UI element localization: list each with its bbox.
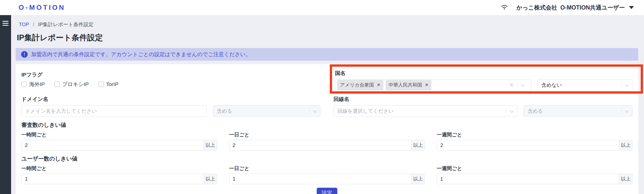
chevron-down-icon[interactable] [510, 109, 514, 113]
ip-flag-options: 海外IP プロキシIP TorIP [21, 81, 320, 88]
line-mode-select[interactable]: 含める [524, 105, 632, 117]
domain-label: ドメイン名 [21, 96, 320, 103]
threshold-suffix: 以上 [204, 140, 217, 150]
review-hourly-field: 一時間ごと 以上 [21, 131, 217, 150]
main-layout: TOP / IP集計レポート条件設定 IP集計レポート条件設定 ! 加盟店内で共… [0, 15, 644, 194]
country-tag-label: アメリカ合衆国 [340, 82, 374, 88]
chevron-down-icon[interactable] [521, 83, 525, 87]
tag-remove-icon[interactable]: ✕ [425, 83, 428, 87]
user-menu[interactable]: かっこ株式会社 O-MOTION共通ユーザー [516, 4, 634, 12]
divider [309, 108, 310, 114]
notice-banner: ! 加盟店内で共通の条件設定です。アカウントごとの設定はできませんのでご注意くだ… [16, 48, 638, 61]
line-label: 回線名 [334, 96, 633, 103]
user-daily-group: 以上 [229, 174, 425, 184]
user-hourly-group: 以上 [21, 174, 217, 184]
line-controls: 回線を選択してください 含める [334, 105, 633, 117]
review-daily-group: 以上 [229, 140, 425, 150]
hamburger-menu-icon[interactable] [3, 20, 9, 27]
threshold-suffix: 以上 [619, 140, 632, 150]
review-daily-field: 一日ごと 以上 [229, 131, 425, 150]
review-hourly-group: 以上 [21, 140, 217, 150]
country-controls: アメリカ合衆国 ✕ 中華人民共和国 ✕ ✕ [335, 79, 633, 91]
line-select[interactable]: 回線を選択してください [334, 105, 518, 117]
wifi-icon [501, 4, 508, 11]
domain-mode-select[interactable]: 含める [213, 105, 320, 117]
select-controls [309, 105, 320, 117]
breadcrumb: TOP / IP集計レポート条件設定 [19, 21, 638, 28]
sidebar [0, 15, 11, 194]
country-tag: 中華人民共和国 ✕ [386, 80, 431, 90]
user-weekly-field: 一週間ごと 以上 [437, 165, 632, 184]
checkbox-icon[interactable] [21, 82, 27, 87]
line-placeholder: 回線を選択してください [338, 108, 394, 114]
domain-field: ドメイン名 含める [21, 96, 320, 117]
user-area: かっこ株式会社 O-MOTION共通ユーザー [501, 4, 634, 12]
review-weekly-input[interactable] [437, 140, 619, 150]
threshold-suffix: 以上 [204, 174, 217, 184]
country-mode-select[interactable]: 含めない [537, 79, 632, 91]
review-threshold-row: 一時間ごと 以上 一日ごと 以上 一週間ごと [21, 131, 632, 150]
user-weekly-group: 以上 [437, 174, 632, 184]
sub-label: 一週間ごと [437, 131, 632, 138]
country-tag-label: 中華人民共和国 [389, 82, 422, 88]
user-threshold-label: ユーザー数のしきい値 [21, 155, 632, 163]
user-hourly-input[interactable] [22, 174, 204, 184]
threshold-suffix: 以上 [411, 174, 424, 184]
select-controls [621, 80, 632, 91]
submit-button[interactable]: 設定 [317, 188, 337, 194]
checkbox-proxy-ip[interactable]: プロキシIP [54, 81, 89, 88]
review-threshold-label: 審査数のしきい値 [21, 121, 632, 129]
breadcrumb-top-link[interactable]: TOP [19, 22, 29, 27]
company-name: かっこ株式会社 [516, 4, 557, 12]
threshold-suffix: 以上 [619, 174, 632, 184]
checkbox-icon[interactable] [54, 82, 60, 87]
ip-flag-field: IPフラグ 海外IP プロキシIP TorIP [21, 71, 320, 88]
caret-down-icon[interactable] [629, 6, 634, 9]
clear-all-icon[interactable]: ✕ [509, 82, 514, 88]
country-tag: アメリカ合衆国 ✕ [337, 80, 383, 90]
checkbox-tor-ip[interactable]: TorIP [98, 81, 118, 87]
review-daily-input[interactable] [229, 140, 412, 150]
content-area: TOP / IP集計レポート条件設定 IP集計レポート条件設定 ! 加盟店内で共… [11, 15, 644, 194]
tag-remove-icon[interactable]: ✕ [377, 83, 380, 87]
sub-label: 一日ごと [229, 131, 425, 138]
country-label: 国名 [335, 70, 633, 77]
sub-label: 一時間ごと [21, 165, 217, 172]
sub-label: 一週間ごと [437, 165, 632, 172]
threshold-suffix: 以上 [411, 140, 424, 150]
divider [506, 108, 507, 114]
top-bar: O-MOTION かっこ株式会社 O-MOTION共通ユーザー [0, 0, 644, 15]
submit-row: 設定 [21, 188, 632, 194]
divider [621, 108, 622, 114]
breadcrumb-current: IP集計レポート条件設定 [38, 21, 93, 28]
checkbox-label: プロキシIP [62, 81, 89, 88]
user-threshold-row: 一時間ごと 以上 一日ごと 以上 一週間ごと [21, 165, 632, 184]
app-logo[interactable]: O-MOTION [19, 4, 65, 12]
user-name: O-MOTION共通ユーザー [560, 4, 625, 12]
select-controls [621, 105, 632, 117]
divider [517, 82, 517, 88]
chevron-down-icon[interactable] [625, 109, 629, 113]
checkbox-icon[interactable] [98, 82, 104, 87]
user-daily-input[interactable] [229, 174, 412, 184]
notice-text: 加盟店内で共通の条件設定です。アカウントごとの設定はできませんのでご注意ください… [31, 51, 251, 58]
review-hourly-input[interactable] [22, 140, 204, 150]
sub-label: 一日ごと [229, 165, 425, 172]
user-weekly-input[interactable] [437, 174, 619, 184]
chevron-down-icon[interactable] [625, 83, 629, 87]
domain-input[interactable] [21, 105, 207, 117]
sub-label: 一時間ごと [21, 131, 217, 138]
ip-flag-label: IPフラグ [21, 71, 320, 78]
divider [621, 82, 622, 88]
info-icon: ! [21, 51, 28, 58]
checkbox-overseas-ip[interactable]: 海外IP [21, 81, 45, 88]
form-row-2: ドメイン名 含める 回線名 [21, 96, 632, 117]
multiselect-controls: ✕ [509, 80, 528, 91]
chevron-down-icon[interactable] [313, 109, 317, 113]
user-hourly-field: 一時間ごと 以上 [21, 165, 217, 184]
select-controls [506, 105, 517, 117]
country-mode-value: 含めない [541, 82, 562, 89]
country-multiselect[interactable]: アメリカ合衆国 ✕ 中華人民共和国 ✕ ✕ [335, 79, 532, 91]
domain-controls: 含める [21, 105, 320, 117]
settings-form-card: IPフラグ 海外IP プロキシIP TorIP [16, 64, 638, 194]
